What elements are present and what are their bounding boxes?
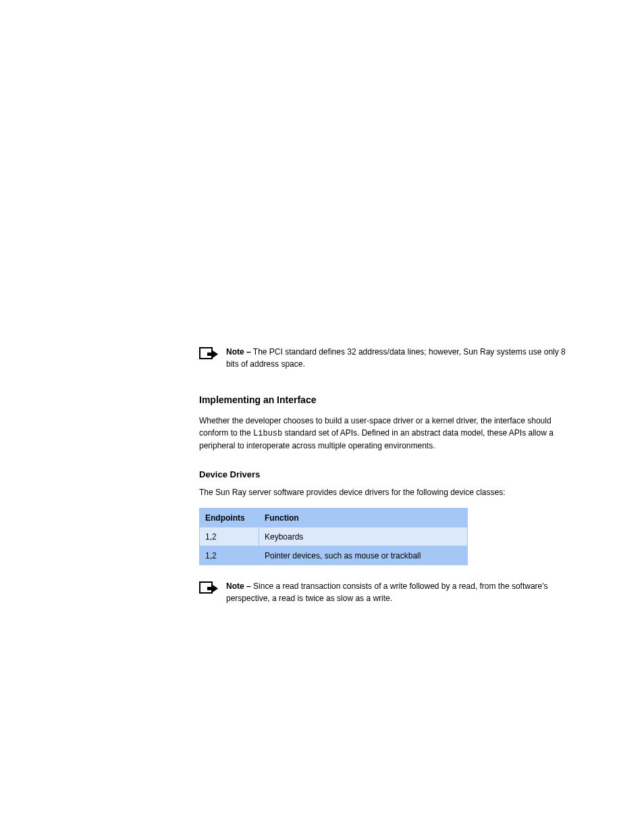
section-paragraph: Whether the developer chooses to build a…: [199, 415, 577, 452]
table-cell: Pointer devices, such as mouse or trackb…: [259, 546, 468, 565]
note-label: Note –: [226, 347, 251, 357]
p1-code: Libusb: [253, 429, 282, 438]
table-cell: 1,2: [200, 527, 259, 546]
note-body: Since a read transaction consists of a w…: [226, 581, 548, 603]
page-content: Note – The PCI standard defines 32 addre…: [199, 0, 577, 621]
svg-marker-1: [207, 350, 218, 358]
sub-heading: Device Drivers: [199, 469, 577, 479]
table-row: 1,2 Pointer devices, such as mouse or tr…: [200, 546, 468, 565]
note-icon: [199, 347, 218, 362]
note-icon: [199, 581, 218, 596]
note-block-2: Note – Since a read transaction consists…: [199, 580, 577, 604]
table-row: 1,2 Keyboards: [200, 527, 468, 546]
table-cell: Keyboards: [259, 527, 468, 546]
note-text-1: Note – The PCI standard defines 32 addre…: [226, 346, 577, 370]
table-cell: 1,2: [200, 546, 259, 565]
table-header-function: Function: [259, 509, 468, 527]
svg-marker-3: [207, 585, 218, 592]
note-label: Note –: [226, 581, 251, 591]
table-header-row: Endpoints Function: [200, 509, 468, 527]
note-text-2: Note – Since a read transaction consists…: [226, 580, 577, 604]
table-header-endpoints: Endpoints: [200, 509, 259, 527]
section-heading: Implementing an Interface: [199, 394, 577, 405]
note-block-1: Note – The PCI standard defines 32 addre…: [199, 346, 577, 370]
note-body: The PCI standard defines 32 address/data…: [226, 347, 566, 369]
sub-paragraph: The Sun Ray server software provides dev…: [199, 486, 577, 498]
device-driver-table: Endpoints Function 1,2 Keyboards 1,2 Poi…: [199, 508, 468, 565]
